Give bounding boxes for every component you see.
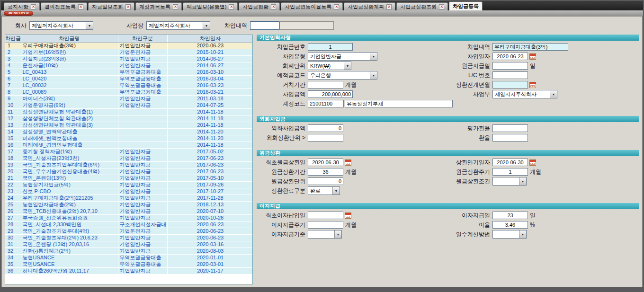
interest-basis-select[interactable]: ▼ bbox=[308, 230, 342, 239]
cell-name[interactable]: 기업운영자금(6억) bbox=[21, 102, 118, 109]
cell-type[interactable] bbox=[118, 129, 167, 135]
tab-5[interactable]: 차입금현황✕ bbox=[239, 2, 280, 10]
repay-condition-select[interactable]: ▼ bbox=[492, 177, 527, 186]
table-row[interactable]: 16미래에셋_경영인보험대출2014-11-18 bbox=[5, 142, 253, 149]
cell-type[interactable]: 기업일반자금 bbox=[118, 162, 167, 168]
cell-name[interactable]: 삼성생명단체보험 약관대출(1) bbox=[21, 109, 118, 115]
cell-code[interactable]: 3 bbox=[5, 56, 21, 62]
cell-name[interactable]: LC_00032 bbox=[21, 82, 118, 89]
rollover-ym-input[interactable] bbox=[492, 81, 528, 88]
cell-date[interactable]: 2016-03-04 bbox=[167, 76, 253, 82]
cell-code[interactable]: 10 bbox=[5, 102, 21, 109]
account-name-input[interactable] bbox=[345, 100, 453, 107]
cell-code[interactable]: 13 bbox=[5, 122, 21, 129]
cell-date[interactable]: 2016-03-10 bbox=[167, 69, 253, 76]
cell-type[interactable]: 기업일반자금 bbox=[118, 102, 167, 109]
cell-date[interactable]: 2020-06-23 bbox=[167, 235, 253, 241]
cell-type[interactable]: 기업일반자금 bbox=[118, 149, 167, 155]
cell-code[interactable]: 29 bbox=[5, 228, 21, 235]
cell-type[interactable]: 기업일반자금 bbox=[118, 195, 167, 202]
account-code-input[interactable] bbox=[308, 100, 344, 107]
cell-code[interactable]: 36 bbox=[5, 268, 21, 274]
loan-desc-filter-input[interactable] bbox=[250, 21, 279, 30]
cell-date[interactable]: 2020-03-01 bbox=[167, 261, 253, 268]
cell-type[interactable] bbox=[118, 115, 167, 122]
cell-date[interactable]: 2017-10-27 bbox=[167, 188, 253, 195]
cell-type[interactable]: 구조개선시설자금대출 bbox=[118, 221, 167, 228]
cell-date[interactable]: 2020-06-23 bbox=[167, 228, 253, 235]
cell-code[interactable]: 5 bbox=[5, 69, 21, 76]
cell-type[interactable]: 기업일반자금 bbox=[118, 208, 167, 215]
cell-code[interactable]: 23 bbox=[5, 188, 21, 195]
cell-date[interactable]: 2014-06-27 bbox=[167, 56, 253, 62]
cell-date[interactable]: 2014-11-18 bbox=[167, 122, 253, 129]
cell-code[interactable]: 8 bbox=[5, 89, 21, 96]
cell-code[interactable]: 34 bbox=[5, 255, 21, 261]
cell-date[interactable]: 2017-11-28 bbox=[167, 195, 253, 202]
interest-rate-input[interactable] bbox=[492, 221, 528, 229]
cell-name[interactable]: 삼성생명_변액약관대출 bbox=[21, 129, 118, 135]
table-row[interactable]: 30국민_기술창조우대(2억) 20,6,23기업일반자금2020-06-23 bbox=[5, 235, 253, 241]
fx-amount-input[interactable] bbox=[308, 124, 343, 132]
cell-date[interactable]: 2014-11-18 bbox=[167, 115, 253, 122]
tab-close-icon[interactable]: ✕ bbox=[271, 4, 276, 9]
maturity-date-input[interactable] bbox=[492, 159, 528, 166]
table-row[interactable]: 4운전자금(10억)기업일반자금2014-06-27 bbox=[5, 62, 253, 69]
cell-code[interactable]: 2 bbox=[5, 49, 21, 56]
menu-open-button[interactable]: MENU OPEN bbox=[4, 11, 33, 16]
cell-name[interactable]: 국민_온렌딩 (13억) 20,03,16 bbox=[21, 241, 118, 248]
table-row[interactable]: 6LC_00420무역포괄금융대출2016-03-04 bbox=[5, 76, 253, 82]
tab-4[interactable]: 예금일보(은행별)✕ bbox=[183, 2, 238, 10]
cell-date[interactable]: 2017-05-10 bbox=[167, 175, 253, 182]
cell-date[interactable]: 2016-03-21 bbox=[167, 89, 253, 96]
cell-code[interactable]: 26 bbox=[5, 208, 21, 215]
cell-type[interactable]: 기업일반자금 bbox=[118, 241, 167, 248]
deposit-code-select[interactable]: 우리은행 ▼ bbox=[308, 71, 377, 80]
cell-type[interactable]: 기업일반자금 bbox=[118, 168, 167, 175]
cell-code[interactable]: 19 bbox=[5, 162, 21, 168]
calendar-icon[interactable] bbox=[529, 53, 536, 60]
cell-name[interactable]: 국민USANCE bbox=[21, 261, 118, 268]
table-row[interactable]: 25농협일반자금대출(2억)기업일반자금2018-12-13 bbox=[5, 202, 253, 208]
cell-code[interactable]: 18 bbox=[5, 155, 21, 162]
cell-date[interactable]: 2020-06-23 bbox=[167, 221, 253, 228]
tab-close-icon[interactable]: ✕ bbox=[125, 4, 131, 9]
calendar-icon[interactable] bbox=[529, 82, 536, 88]
cell-name[interactable]: 시설자금(23억3천) bbox=[21, 56, 118, 62]
loan-desc-input[interactable] bbox=[492, 43, 568, 51]
cell-type[interactable]: 기업일반자금 bbox=[118, 62, 167, 69]
cell-code[interactable]: 22 bbox=[5, 182, 21, 188]
eval-rate-input[interactable] bbox=[492, 124, 528, 132]
table-row[interactable]: 7LC_00032무역포괄금융대출2016-03-23 bbox=[5, 82, 253, 89]
cell-code[interactable]: 14 bbox=[5, 129, 21, 135]
table-row[interactable]: 22농협장기차입금(5억)기업일반자금2017-09-26 bbox=[5, 182, 253, 188]
cell-name[interactable]: 하나대출260백만원 20,11,17 bbox=[21, 268, 118, 274]
chevron-down-icon[interactable]: ▼ bbox=[370, 53, 377, 60]
column-header[interactable]: 차입구분 bbox=[118, 35, 167, 43]
exchange-rate-input[interactable] bbox=[492, 134, 528, 142]
cell-name[interactable]: 국민_온렌딩(13억) bbox=[21, 175, 118, 182]
cell-date[interactable]: 2011-03-18 bbox=[167, 96, 253, 102]
interest-cycle-input[interactable] bbox=[308, 221, 343, 229]
table-row[interactable]: 27부국증권_선순위유동화증권기업일반자금2020-10-26 bbox=[5, 215, 253, 221]
cell-date[interactable]: 2020-10-26 bbox=[167, 215, 253, 221]
tab-1[interactable]: 결의전표등록✕ bbox=[41, 2, 87, 10]
table-row[interactable]: 12삼성생명단체보험 약관대출(2)2014-11-18 bbox=[5, 115, 253, 122]
column-header[interactable]: 차입금코드 bbox=[5, 35, 21, 43]
table-row[interactable]: 35국민USANCE무역포괄금융대출2020-03-01 bbox=[5, 261, 253, 268]
cell-name[interactable]: 국민_TCB신용대출(2억) 20,7,10 bbox=[21, 208, 118, 215]
table-row[interactable]: 1우리구매자금대출(3억)기업일반자금2020-06-23 bbox=[5, 43, 253, 49]
cell-type[interactable]: 기업운전자금 bbox=[118, 49, 167, 56]
chevron-down-icon[interactable]: ▼ bbox=[203, 22, 210, 29]
cell-code[interactable]: 35 bbox=[5, 261, 21, 268]
table-row[interactable]: 26국민_TCB신용대출(2억) 20,7,10기업일반자금2020-07-10 bbox=[5, 208, 253, 215]
cell-code[interactable]: 11 bbox=[5, 109, 21, 115]
table-row[interactable]: 9마이너스(3억)기업일반자금2011-03-18 bbox=[5, 96, 253, 102]
cell-type[interactable] bbox=[118, 109, 167, 115]
cell-type[interactable]: 기업일반자금 bbox=[118, 188, 167, 195]
cell-date[interactable]: 2017-06-23 bbox=[167, 162, 253, 168]
tab-7[interactable]: 차입금상환계획✕ bbox=[344, 2, 395, 10]
cell-type[interactable]: 기업일반자금 bbox=[118, 96, 167, 102]
cell-name[interactable]: 운전자금(10억) bbox=[21, 62, 118, 69]
currency-select[interactable]: KRW(₩) ▼ bbox=[308, 62, 351, 70]
